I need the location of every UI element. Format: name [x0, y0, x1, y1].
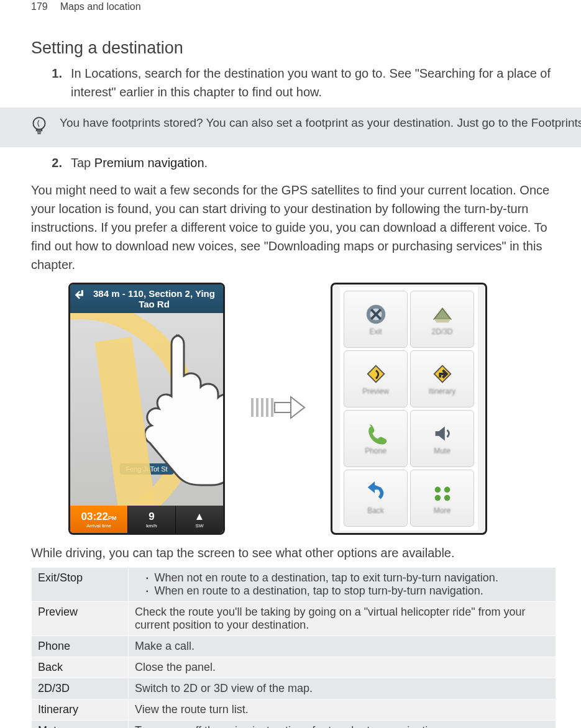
- row-description: Make a call.: [129, 636, 556, 657]
- row-description: When not en route to a destination, tap …: [129, 568, 556, 602]
- turn-left-icon: [74, 288, 86, 301]
- map-road-view: Feng Ji Tot St: [70, 313, 223, 506]
- step-1-number: 1.: [50, 64, 62, 101]
- compass-panel: ▲ SW: [175, 506, 223, 533]
- step-2-number: 2.: [50, 153, 62, 172]
- body-paragraph: You might need to wait a few seconds for…: [31, 181, 556, 274]
- row-label: 2D/3D: [32, 678, 129, 699]
- svg-point-15: [434, 495, 441, 501]
- lightbulb-icon: [31, 116, 48, 140]
- option-2d3d[interactable]: 2D/3D: [410, 291, 474, 348]
- row-description: Switch to 2D or 3D view of the map.: [129, 678, 556, 699]
- svg-point-16: [444, 495, 450, 501]
- row-label: Exit/Stop: [32, 568, 129, 602]
- hand-pointer-icon: [120, 332, 223, 493]
- table-row: Itinerary View the route turn list.: [32, 699, 556, 721]
- row-description: View the route turn list.: [129, 699, 556, 721]
- phone-icon: [364, 422, 388, 445]
- row-description: Turn on or off the voice instructions fo…: [129, 721, 556, 729]
- table-row: 2D/3D Switch to 2D or 3D view of the map…: [32, 678, 556, 699]
- arrival-time-panel: 03:22PM Arrival time: [70, 506, 127, 533]
- back-arrow-icon: [364, 481, 388, 505]
- row-label: Itinerary: [32, 699, 129, 721]
- step-1-text: In Locations, search for the destination…: [71, 64, 556, 101]
- option-exit[interactable]: Exit: [344, 291, 408, 348]
- option-phone[interactable]: Phone: [344, 410, 408, 467]
- screenshot-navigation-view: 384 m - 110, Section 2, Ying Tao Rd Feng…: [68, 283, 225, 535]
- map-2d3d-icon: [431, 303, 454, 326]
- options-table: Exit/Stop When not en route to a destina…: [31, 567, 556, 728]
- table-row: Phone Make a call.: [32, 636, 556, 657]
- caption-paragraph: While driving, you can tap the screen to…: [31, 544, 556, 562]
- preview-sign-icon: [364, 362, 388, 386]
- itinerary-sign-icon: [431, 362, 454, 386]
- step-2: 2. Tap Premium navigation.: [31, 153, 556, 172]
- table-row: Mute Turn on or off the voice instructio…: [32, 721, 556, 729]
- speaker-icon: [431, 422, 454, 445]
- option-more[interactable]: More: [410, 470, 474, 527]
- more-dots-icon: [431, 481, 454, 505]
- page-number: 179: [31, 1, 48, 12]
- screenshot-options-panel: Exit 2D/3D Preview Itinerary Phone: [331, 283, 487, 535]
- status-bar: 03:22PM Arrival time 9 km/h ▲ SW: [70, 506, 223, 533]
- row-label: Phone: [32, 636, 129, 657]
- page-header: 179 Maps and location: [31, 0, 556, 12]
- table-row: Back Close the panel.: [32, 657, 556, 678]
- option-mute[interactable]: Mute: [410, 410, 474, 467]
- step-2-text: Tap Premium navigation.: [71, 153, 556, 172]
- row-label: Preview: [32, 602, 129, 636]
- direction-banner: 384 m - 110, Section 2, Ying Tao Rd: [70, 284, 223, 313]
- row-description: Check the route you'll be taking by goin…: [129, 602, 556, 636]
- step-1: 1. In Locations, search for the destinat…: [31, 64, 556, 101]
- svg-point-13: [434, 487, 441, 493]
- option-back[interactable]: Back: [344, 470, 408, 527]
- svg-point-14: [444, 487, 450, 493]
- table-row: Exit/Stop When not en route to a destina…: [32, 568, 556, 602]
- swipe-arrow-icon: [250, 392, 306, 425]
- table-row: Preview Check the route you'll be taking…: [32, 602, 556, 636]
- svg-rect-8: [275, 403, 291, 412]
- screenshots-row: 384 m - 110, Section 2, Ying Tao Rd Feng…: [68, 283, 556, 535]
- speed-panel: 9 km/h: [127, 506, 175, 533]
- tip-box: You have footprints stored? You can also…: [0, 107, 581, 147]
- chapter-title: Maps and location: [60, 1, 141, 12]
- row-description: Close the panel.: [129, 657, 556, 678]
- row-label: Mute: [32, 721, 129, 729]
- exit-icon: [364, 303, 388, 326]
- option-preview[interactable]: Preview: [344, 350, 408, 407]
- row-label: Back: [32, 657, 129, 678]
- svg-point-0: [33, 117, 45, 129]
- option-itinerary[interactable]: Itinerary: [410, 350, 474, 407]
- section-title: Setting a destination: [31, 39, 556, 58]
- tip-text: You have footprints stored? You can also…: [60, 115, 581, 132]
